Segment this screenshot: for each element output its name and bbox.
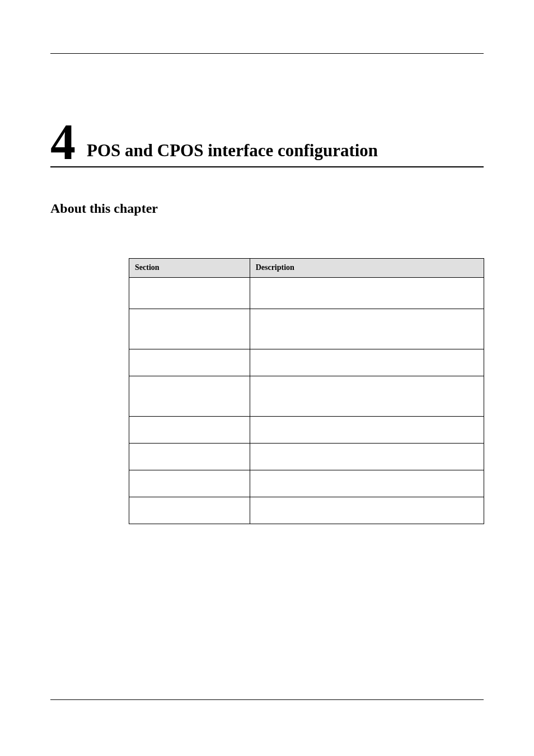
table-header-section: Section — [129, 258, 250, 277]
table-cell-section — [129, 497, 250, 524]
table-cell-description — [250, 416, 484, 443]
table-cell-description — [250, 443, 484, 470]
table-cell-description — [250, 309, 484, 349]
chapter-number: 4 — [50, 121, 76, 164]
table-row — [129, 497, 484, 524]
table-row — [129, 277, 484, 309]
table-cell-description — [250, 470, 484, 497]
chapter-title: POS and CPOS interface configuration — [87, 141, 378, 164]
table-row — [129, 349, 484, 376]
table-cell-description — [250, 349, 484, 376]
table-cell-description — [250, 376, 484, 416]
table-header-row: Section Description — [129, 258, 484, 277]
table-cell-description — [250, 277, 484, 309]
table-cell-section — [129, 349, 250, 376]
table-row — [129, 376, 484, 416]
bottom-horizontal-rule — [50, 699, 484, 700]
chapter-heading: 4 POS and CPOS interface configuration — [50, 121, 484, 167]
table-header-description: Description — [250, 258, 484, 277]
chapter-contents-table: Section Description — [129, 258, 484, 524]
table-cell-section — [129, 277, 250, 309]
table-row — [129, 470, 484, 497]
table-cell-section — [129, 470, 250, 497]
about-this-chapter-heading: About this chapter — [50, 201, 484, 216]
table-cell-section — [129, 376, 250, 416]
table-cell-description — [250, 497, 484, 524]
table-row — [129, 416, 484, 443]
table-cell-section — [129, 309, 250, 349]
top-horizontal-rule — [50, 53, 484, 54]
table-row — [129, 309, 484, 349]
table-cell-section — [129, 416, 250, 443]
table-cell-section — [129, 443, 250, 470]
table-row — [129, 443, 484, 470]
